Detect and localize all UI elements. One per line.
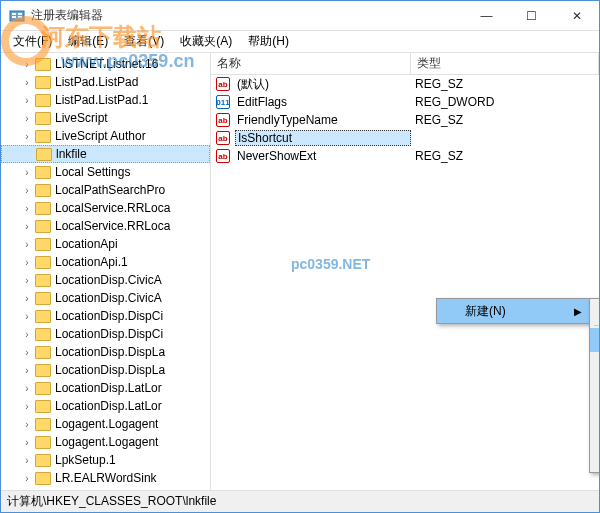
tree-node[interactable]: ›ListPad.ListPad.1: [1, 91, 210, 109]
context-submenu-new: 项(K)字符串值(S)二进制值(B)DWORD (32 位)值(D)QWORD …: [589, 298, 599, 473]
tree-label: LocationDisp.CivicA: [55, 291, 162, 305]
expand-icon[interactable]: ›: [21, 257, 33, 268]
tree-node[interactable]: ›LR.EALRWordSink: [1, 469, 210, 487]
close-button[interactable]: ✕: [554, 2, 599, 30]
expand-icon[interactable]: ›: [21, 383, 33, 394]
list-row[interactable]: abFriendlyTypeNameREG_SZ: [211, 111, 599, 129]
folder-icon: [35, 472, 51, 485]
expand-icon[interactable]: ›: [21, 113, 33, 124]
tree-label: Logagent.Logagent: [55, 435, 158, 449]
list-row[interactable]: ab(默认)REG_SZ: [211, 75, 599, 93]
list-row[interactable]: abIsShortcut: [211, 129, 599, 147]
svg-rect-1: [12, 13, 16, 15]
menu-edit[interactable]: 编辑(E): [60, 31, 116, 52]
tree-node[interactable]: ›LocationDisp.LatLor: [1, 397, 210, 415]
menu-view[interactable]: 查看(V): [116, 31, 172, 52]
tree-node[interactable]: ›LiveScript: [1, 109, 210, 127]
tree-node[interactable]: ›LocalPathSearchPro: [1, 181, 210, 199]
list-body[interactable]: ab(默认)REG_SZ011EditFlagsREG_DWORDabFrien…: [211, 75, 599, 490]
expand-icon[interactable]: ›: [21, 167, 33, 178]
list-header: 名称 类型: [211, 53, 599, 75]
tree-label: ListPad.ListPad: [55, 75, 138, 89]
cm-item[interactable]: QWORD (64 位)值(Q): [590, 400, 599, 424]
tree-node[interactable]: ›LiveScript Author: [1, 127, 210, 145]
tree-node[interactable]: ›LocalService.RRLoca: [1, 217, 210, 235]
menu-fav[interactable]: 收藏夹(A): [172, 31, 240, 52]
tree-node[interactable]: ›Logagent.Logagent: [1, 415, 210, 433]
cm-item[interactable]: 二进制值(B): [590, 352, 599, 376]
tree-node[interactable]: ›LpkSetup.1: [1, 451, 210, 469]
value-type: REG_SZ: [411, 77, 599, 91]
folder-icon: [35, 238, 51, 251]
expand-icon[interactable]: ›: [21, 95, 33, 106]
menu-help[interactable]: 帮助(H): [240, 31, 297, 52]
tree-node[interactable]: ›LocationDisp.CivicA: [1, 289, 210, 307]
expand-icon[interactable]: ›: [21, 347, 33, 358]
svg-rect-2: [12, 16, 16, 18]
tree-label: LocationDisp.DispCi: [55, 327, 163, 341]
tree-node[interactable]: ›LocationApi.1: [1, 253, 210, 271]
folder-icon: [35, 184, 51, 197]
col-header-name[interactable]: 名称: [211, 53, 411, 74]
tree-node[interactable]: ›LocationApi: [1, 235, 210, 253]
list-row[interactable]: 011EditFlagsREG_DWORD: [211, 93, 599, 111]
cm-item[interactable]: 项(K): [590, 299, 599, 323]
tree-node[interactable]: ›ListPad.ListPad: [1, 73, 210, 91]
expand-icon[interactable]: ›: [21, 401, 33, 412]
expand-icon[interactable]: ›: [21, 131, 33, 142]
string-icon: ab: [216, 77, 230, 91]
tree-label: lnkfile: [56, 147, 87, 161]
cm-item[interactable]: 字符串值(S): [590, 328, 599, 352]
expand-icon[interactable]: ›: [21, 185, 33, 196]
tree-node[interactable]: ›LocationDisp.DispCi: [1, 325, 210, 343]
regedit-window: 注册表编辑器 — ☐ ✕ 文件(F) 编辑(E) 查看(V) 收藏夹(A) 帮助…: [0, 0, 600, 513]
menu-file[interactable]: 文件(F): [5, 31, 60, 52]
cm-item[interactable]: 多字符串值(M): [590, 424, 599, 448]
tree-node[interactable]: ›LocalService.RRLoca: [1, 199, 210, 217]
folder-icon: [35, 220, 51, 233]
tree-node[interactable]: ›Logagent.Logagent: [1, 433, 210, 451]
minimize-button[interactable]: —: [464, 2, 509, 30]
tree-node[interactable]: ›LocationDisp.DispLa: [1, 343, 210, 361]
expand-icon[interactable]: ›: [21, 437, 33, 448]
expand-icon[interactable]: ›: [21, 77, 33, 88]
expand-icon[interactable]: ›: [21, 311, 33, 322]
folder-icon: [35, 436, 51, 449]
expand-icon[interactable]: ›: [21, 365, 33, 376]
tree-node[interactable]: ›Local Settings: [1, 163, 210, 181]
tree-node[interactable]: ›LocationDisp.CivicA: [1, 271, 210, 289]
maximize-button[interactable]: ☐: [509, 2, 554, 30]
folder-icon: [35, 292, 51, 305]
expand-icon[interactable]: ›: [21, 275, 33, 286]
cm-item-new[interactable]: 新建(N) ▶: [437, 299, 590, 323]
tree-label: LpkSetup.1: [55, 453, 116, 467]
expand-icon[interactable]: ›: [21, 221, 33, 232]
list-row[interactable]: abNeverShowExtREG_SZ: [211, 147, 599, 165]
value-icon: 011: [215, 94, 231, 110]
cm-item[interactable]: DWORD (32 位)值(D): [590, 376, 599, 400]
submenu-arrow-icon: ▶: [574, 306, 582, 317]
tree-label: ListPad.ListPad.1: [55, 93, 148, 107]
expand-icon[interactable]: ›: [21, 239, 33, 250]
tree-node[interactable]: ›LocationDisp.DispCi: [1, 307, 210, 325]
tree-node[interactable]: ›LISTNET.Listnet.16: [1, 55, 210, 73]
expand-icon[interactable]: ›: [21, 293, 33, 304]
dword-icon: 011: [216, 95, 230, 109]
tree-pane[interactable]: ›LISTNET.Listnet.16›ListPad.ListPad›List…: [1, 53, 211, 490]
tree-label: LocationDisp.DispLa: [55, 345, 165, 359]
cm-item[interactable]: 可扩充字符串值(E): [590, 448, 599, 472]
tree-node[interactable]: lnkfile: [1, 145, 210, 163]
col-header-type[interactable]: 类型: [411, 53, 599, 74]
folder-icon: [35, 400, 51, 413]
expand-icon[interactable]: ›: [21, 473, 33, 484]
tree-node[interactable]: ›LocationDisp.DispLa: [1, 361, 210, 379]
expand-icon[interactable]: ›: [21, 329, 33, 340]
expand-icon[interactable]: ›: [21, 419, 33, 430]
tree-node[interactable]: ›LocationDisp.LatLor: [1, 379, 210, 397]
folder-icon: [35, 256, 51, 269]
svg-rect-4: [18, 16, 22, 18]
expand-icon[interactable]: ›: [21, 455, 33, 466]
expand-icon[interactable]: ›: [21, 203, 33, 214]
expand-icon[interactable]: ›: [21, 59, 33, 70]
tree-label: LiveScript: [55, 111, 108, 125]
